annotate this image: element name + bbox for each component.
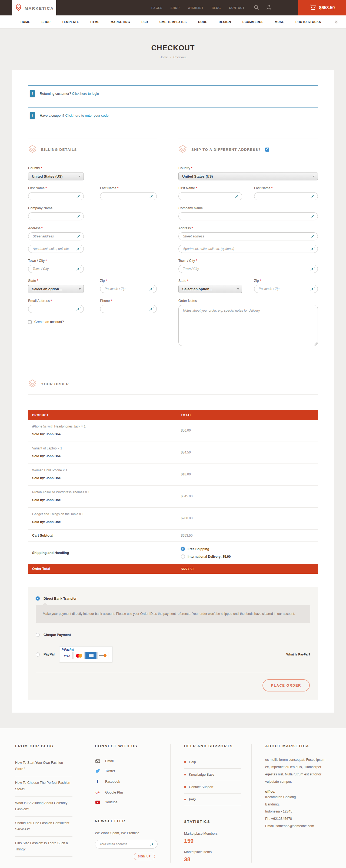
social-link-youtube[interactable]: Youtube — [95, 797, 164, 807]
topbar-link-contact[interactable]: CONTACT — [229, 6, 245, 9]
nav-item-ecommerce[interactable]: ECOMMERCE — [237, 20, 269, 24]
billing-first-name-input[interactable] — [28, 192, 84, 200]
billing-company-input[interactable] — [28, 212, 84, 220]
newsletter-signup-button[interactable]: SIGN UP — [134, 853, 155, 860]
shipping-last-name-input[interactable] — [254, 192, 318, 200]
shipping-first-name-input[interactable] — [178, 192, 242, 200]
discover-icon — [97, 652, 108, 659]
social-label: Youtube — [105, 800, 117, 804]
help-link[interactable]: FAQ — [184, 794, 241, 806]
info-icon: i — [30, 90, 35, 97]
nav-item-psd[interactable]: PSD — [136, 20, 153, 24]
autofill-pen-icon — [76, 267, 81, 271]
cart-icon — [310, 4, 316, 11]
nav-item-shop[interactable]: SHOP — [36, 20, 56, 24]
shipping-street-input[interactable] — [178, 232, 318, 241]
create-account-checkbox[interactable] — [28, 320, 32, 324]
nav-item-html[interactable]: HTML — [84, 20, 105, 24]
place-order-button[interactable]: PLACE ORDER — [263, 679, 310, 691]
newsletter-email-input[interactable] — [95, 840, 158, 848]
blog-link[interactable]: Plus Size Fashion: Is There Such a Thing… — [15, 837, 72, 857]
topbar-link-pages[interactable]: PAGES — [151, 6, 163, 9]
blog-link[interactable]: How To Start Your Own Fashion Store? — [15, 756, 72, 776]
international-delivery-radio[interactable] — [181, 555, 185, 559]
shipping-state-value: Select an option... — [182, 287, 212, 291]
paypal-cards-image: PPayPal VISA — [60, 647, 112, 662]
chevron-double-down-icon[interactable] — [334, 20, 338, 24]
autofill-pen-icon — [310, 247, 315, 250]
shipping-zip-input[interactable] — [254, 285, 318, 293]
ship-different-address-checkbox[interactable] — [265, 148, 269, 152]
your-order-heading: YOUR ORDER — [41, 382, 69, 386]
required-mark: * — [191, 166, 193, 170]
nav-item-photo-stocks[interactable]: PHOTO STOCKS — [290, 20, 327, 24]
order-notes-textarea[interactable] — [178, 305, 318, 346]
billing-state-select[interactable]: Select an option... — [28, 285, 84, 293]
bank-transfer-radio[interactable] — [36, 596, 40, 600]
order-row: iPhone 5s with Headphones Jack × 1Sold b… — [28, 420, 318, 442]
shipping-apartment-input[interactable] — [178, 245, 318, 253]
user-account-icon[interactable] — [266, 5, 271, 11]
blog-link[interactable]: Should You Use Fashion Consultant Servic… — [15, 816, 72, 837]
email-icon — [95, 760, 100, 763]
nav-item-marketing[interactable]: MARKETING — [105, 20, 136, 24]
product-total: $345.00 — [181, 494, 318, 498]
select-arrow-icon — [237, 288, 239, 290]
login-link[interactable]: Click here to login — [72, 92, 99, 96]
top-bar: MARKETICA PAGES SHOP WISHLIST BLOG CONTA… — [0, 0, 346, 16]
checkout-card: i Returning customer? Click here to logi… — [12, 70, 334, 713]
footer-connect-column: CONNECT WITH US Email Twitter f Facebook… — [81, 744, 170, 863]
order-row: Women Hold iPhone × 1Sold by: John Doe $… — [28, 464, 318, 486]
topbar-link-blog[interactable]: BLOG — [212, 6, 221, 9]
required-mark: * — [196, 186, 197, 190]
billing-apartment-input[interactable] — [28, 245, 84, 253]
billing-last-name-input[interactable] — [100, 192, 157, 200]
nav-item-cms-templates[interactable]: CMS TEMPLATES — [154, 20, 193, 24]
billing-zip-input[interactable] — [100, 285, 157, 293]
billing-street-input[interactable] — [28, 232, 84, 241]
bullet-icon — [184, 786, 186, 788]
international-delivery-label: International Delivery: $5.90 — [187, 555, 231, 559]
coupon-link[interactable]: Click here to enter your code — [65, 114, 109, 118]
billing-email-input[interactable] — [28, 305, 84, 313]
billing-phone-input[interactable] — [100, 305, 157, 313]
nav-item-design[interactable]: DESIGN — [213, 20, 237, 24]
breadcrumb-home[interactable]: Home — [160, 56, 168, 59]
shipping-town-input[interactable] — [178, 265, 318, 273]
help-link[interactable]: Contact Support — [184, 781, 241, 794]
paypal-radio[interactable] — [36, 652, 40, 656]
brand-logo[interactable]: MARKETICA — [12, 0, 56, 16]
cart-button[interactable]: $653.50 — [298, 0, 346, 16]
nav-item-template[interactable]: TEMPLATE — [56, 20, 84, 24]
help-link[interactable]: Knowladge Base — [184, 769, 241, 781]
free-shipping-radio[interactable] — [181, 547, 185, 551]
shipping-company-input[interactable] — [178, 212, 318, 220]
footer-help-column: HELP AND SUPPORTS Help Knowladge Base Co… — [170, 744, 251, 863]
billing-country-select[interactable]: United States (US) — [28, 172, 84, 180]
layers-icon — [28, 379, 37, 389]
product-seller: Sold by: John Doe — [32, 498, 181, 502]
autofill-pen-icon — [310, 215, 315, 218]
cheque-payment-radio[interactable] — [36, 633, 40, 637]
help-link[interactable]: Help — [184, 756, 241, 769]
social-link-google-plus[interactable]: g+ Google Plus — [95, 787, 164, 797]
social-link-twitter[interactable]: Twitter — [95, 766, 164, 776]
select-arrow-icon — [79, 288, 81, 290]
search-icon[interactable] — [254, 5, 259, 11]
nav-item-code[interactable]: CODE — [193, 20, 213, 24]
social-link-facebook[interactable]: f Facebook — [95, 776, 164, 787]
topbar-link-wishlist[interactable]: WISHLIST — [188, 6, 204, 9]
what-is-paypal-link[interactable]: What is PayPal? — [286, 653, 310, 656]
billing-town-input[interactable] — [28, 265, 84, 273]
about-text: ec mollis lorem consequat. Fusce ipsum e… — [265, 756, 327, 785]
nav-item-muse[interactable]: MUSE — [269, 20, 290, 24]
shipping-country-select[interactable]: United States (US) — [178, 172, 318, 180]
shipping-state-select[interactable]: Select an option... — [178, 285, 242, 293]
required-mark: * — [41, 166, 42, 170]
topbar-link-shop[interactable]: SHOP — [171, 6, 180, 9]
nav-item-home[interactable]: HOME — [21, 20, 36, 24]
order-total-row: Order Total $653.50 — [28, 564, 318, 574]
social-link-email[interactable]: Email — [95, 756, 164, 766]
blog-link[interactable]: What is So Alluring About Celebrity Fash… — [15, 797, 72, 816]
blog-link[interactable]: How To Choose The Perfect Fashion Store? — [15, 776, 72, 796]
